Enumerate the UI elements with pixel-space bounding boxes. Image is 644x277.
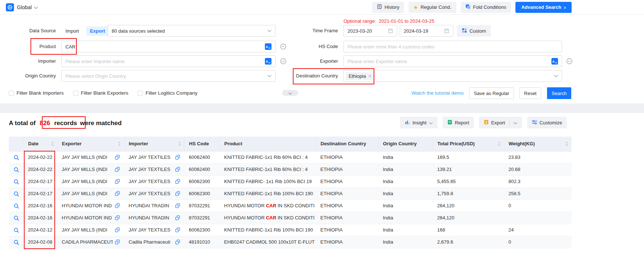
sort-icon[interactable] [498, 141, 501, 146]
collapse-conditions-toggle[interactable] [282, 90, 298, 96]
end-date-input[interactable] [400, 25, 453, 37]
product-input[interactable]: Aa [61, 41, 276, 52]
hs-code-input[interactable] [343, 41, 562, 52]
row-search-icon[interactable] [14, 167, 19, 172]
col-header-total-price[interactable]: Total Price(USD) [433, 136, 504, 151]
product-field[interactable] [65, 44, 263, 50]
destination-country-select[interactable]: Ethiopia × [343, 70, 562, 82]
col-header-weight[interactable]: Weight(KG) [504, 136, 572, 151]
end-date-field[interactable] [404, 28, 442, 34]
importer-name: JAY JAY TEXTILES [129, 179, 173, 184]
copy-icon[interactable] [115, 155, 120, 160]
sort-icon[interactable] [51, 141, 54, 146]
col-header-label: Destination Country [321, 141, 366, 146]
tutorial-demo-link[interactable]: Watch the tutorial demo [411, 87, 464, 99]
search-button[interactable]: Search [547, 87, 571, 99]
exporter-name: JAY JAY MILLS (INDI [62, 179, 113, 184]
top-bar: Global History ★ Regular Cond. Fold Cond… [0, 0, 644, 15]
reset-button[interactable]: Reset [519, 87, 541, 99]
custom-range-button[interactable]: Custom [457, 25, 491, 37]
copy-icon[interactable] [115, 240, 120, 244]
translate-icon[interactable]: Aa [265, 43, 271, 50]
copy-icon[interactable] [115, 227, 120, 232]
copy-icon[interactable] [115, 191, 120, 196]
export-button[interactable]: Export [479, 117, 522, 128]
importer-cell-content: JAY JAY TEXTILES [129, 179, 180, 184]
calendar-icon [388, 28, 393, 33]
time-frame-label: Time Frame [279, 25, 338, 37]
start-date-field[interactable] [348, 28, 386, 34]
tag-remove-icon[interactable]: × [368, 74, 371, 79]
row-search-icon[interactable] [14, 227, 19, 233]
origin-country-label: Origin Country [0, 70, 56, 82]
col-header-label: Product [224, 141, 242, 146]
hs-code-field[interactable] [348, 44, 558, 50]
save-as-regular-button[interactable]: Save as Regular [469, 87, 514, 99]
row-search-icon[interactable] [14, 191, 19, 197]
sort-icon[interactable] [118, 141, 121, 146]
scope-selector[interactable]: Global [17, 4, 38, 10]
copy-icon[interactable] [175, 167, 180, 172]
col-header-label: Weight(KG) [509, 141, 535, 146]
row-cell-hs-code: 60062400 [184, 151, 220, 163]
row-cell-date: 2024-02-08 [24, 236, 57, 248]
translate-icon[interactable]: Aa [551, 58, 558, 65]
product-text: KNITTED FABRIC-1x1 Rib 100% BCI 190 [224, 191, 313, 196]
tag-label: Ethiopia [349, 73, 366, 79]
regular-cond-button[interactable]: ★ Regular Cond. [409, 2, 456, 13]
insight-button[interactable]: Insight [400, 117, 438, 128]
row-search-icon[interactable] [14, 179, 19, 185]
exclude-icon[interactable] [566, 58, 573, 65]
row-search-icon[interactable] [14, 155, 19, 160]
copy-icon[interactable] [175, 191, 180, 196]
fold-conditions-button[interactable]: Fold Conditions [461, 2, 511, 13]
fold-conditions-label: Fold Conditions [473, 4, 506, 10]
copy-icon[interactable] [175, 179, 180, 184]
copy-icon[interactable] [175, 203, 180, 208]
copy-icon[interactable] [115, 179, 120, 184]
row-search-icon[interactable] [14, 240, 19, 245]
exporter-input[interactable]: Aa [343, 55, 562, 67]
col-header-date[interactable]: Date [24, 136, 57, 151]
filter-blank-importers-checkbox[interactable]: Filter Blank Importers [9, 90, 64, 96]
insight-label: Insight [413, 120, 427, 125]
importer-name: HYUNDAI TRADIN [129, 203, 173, 208]
history-button[interactable]: History [372, 2, 404, 13]
data-source-select[interactable]: 80 data sources selected [108, 25, 276, 37]
sort-icon[interactable] [178, 141, 181, 146]
importer-field[interactable] [65, 59, 263, 64]
translate-icon[interactable]: Aa [265, 58, 271, 65]
col-header-exporter[interactable]: Exporter [57, 136, 124, 151]
row-search-icon[interactable] [14, 203, 19, 209]
advanced-search-button[interactable]: Advanced Search › [515, 2, 572, 13]
tab-export[interactable]: Export [86, 26, 109, 36]
copy-icon[interactable] [175, 155, 180, 160]
copy-icon[interactable] [175, 240, 180, 244]
product-keyword-highlight: CAR [266, 203, 276, 208]
exporter-field[interactable] [348, 59, 549, 64]
copy-icon[interactable] [175, 227, 180, 232]
copy-icon[interactable] [115, 203, 120, 208]
chevron-down-icon[interactable] [514, 120, 517, 125]
data-source-selected-text: 80 data sources selected [112, 28, 165, 34]
importer-name: HYUNDAI TRADIN [129, 215, 173, 220]
table-row: 2024-02-22JAY JAY MILLS (INDIJAY JAY TEX… [9, 151, 572, 163]
tab-import[interactable]: Import [62, 26, 83, 36]
sort-icon[interactable] [565, 141, 568, 146]
copy-icon[interactable] [175, 215, 180, 220]
filter-logistics-company-checkbox[interactable]: Filter Logitics Company [138, 90, 197, 96]
chevron-down-icon [267, 75, 271, 77]
filter-blank-exporters-checkbox[interactable]: Filter Blank Exporters [73, 90, 128, 96]
start-date-input[interactable] [343, 25, 397, 37]
importer-input[interactable]: Aa [61, 55, 276, 67]
export-icon [484, 120, 489, 126]
row-cell-date: 2024-02-16 [24, 200, 57, 212]
row-search-icon[interactable] [14, 215, 19, 221]
col-header-importer[interactable]: Importer [124, 136, 184, 151]
row-cell-hs-code: 48191010 [184, 236, 220, 248]
origin-country-select[interactable]: Please select Origin Country [61, 70, 276, 82]
copy-icon[interactable] [115, 167, 120, 172]
customize-button[interactable]: Customize [527, 117, 567, 128]
copy-icon[interactable] [115, 215, 120, 220]
report-button[interactable]: Report [443, 117, 474, 128]
